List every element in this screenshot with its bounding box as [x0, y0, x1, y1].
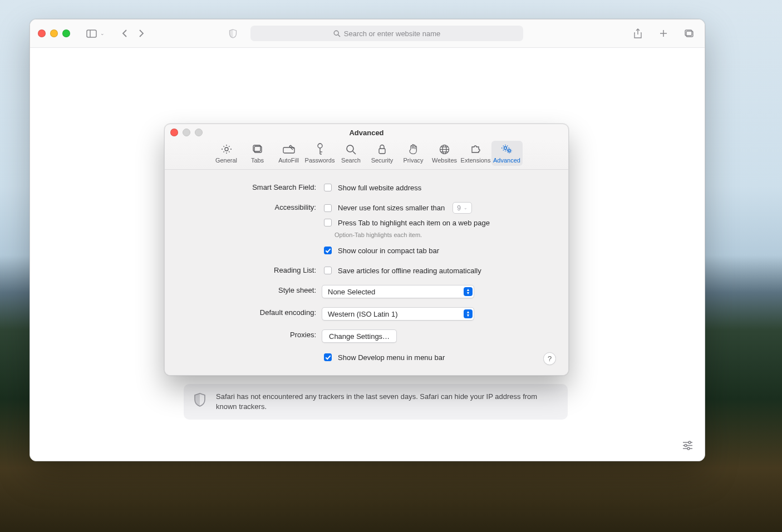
updown-stepper-icon: ▲▼ [464, 309, 473, 318]
show-full-address-checkbox[interactable] [324, 184, 332, 191]
tab-label: Tabs [251, 157, 264, 164]
svg-point-9 [688, 441, 691, 444]
svg-point-2 [334, 31, 338, 35]
tab-label: Privacy [403, 157, 423, 164]
search-icon [333, 30, 341, 37]
tab-label: AutoFill [278, 157, 299, 164]
sliders-icon [682, 441, 694, 450]
tab-label: Search [341, 157, 361, 164]
default-encoding-select[interactable]: Western (ISO Latin 1) ▲▼ [322, 307, 474, 321]
compact-colour-checkbox[interactable] [324, 247, 332, 254]
tab-label: Extensions [461, 157, 491, 164]
prefs-titlebar: Advanced [165, 124, 568, 140]
option-label: Never use font sizes smaller than [338, 204, 445, 212]
change-proxy-settings-button[interactable]: Change Settings… [322, 329, 397, 343]
chevron-down-icon: ⌄ [463, 204, 469, 212]
pencil-box-icon [283, 145, 295, 154]
tab-general[interactable]: General [211, 141, 242, 166]
button-label: Change Settings… [329, 332, 390, 341]
svg-point-30 [504, 147, 506, 150]
svg-rect-17 [283, 147, 294, 153]
offline-reading-checkbox[interactable] [324, 267, 332, 274]
svg-point-11 [685, 445, 687, 447]
puzzle-icon [470, 144, 481, 154]
prefs-body: Smart Search Field: Show full website ad… [165, 170, 568, 375]
address-bar-placeholder: Search or enter website name [344, 29, 440, 38]
show-develop-menu-option[interactable]: Show Develop menu in menu bar [322, 352, 554, 363]
default-encoding-label: Default encoding: [179, 307, 316, 317]
back-button[interactable] [117, 26, 132, 41]
svg-line-3 [338, 35, 340, 37]
tabs-icon [252, 144, 263, 154]
tab-security[interactable]: Security [367, 141, 398, 166]
tab-label: Passwords [305, 157, 335, 164]
tab-extensions[interactable]: Extensions [460, 141, 491, 166]
svg-line-23 [353, 151, 356, 154]
style-sheet-value: None Selected [328, 288, 375, 296]
tab-overview-button[interactable] [681, 26, 697, 41]
press-tab-checkbox[interactable] [324, 219, 332, 226]
press-tab-hint: Option-Tab highlights each item. [335, 231, 554, 238]
compact-colour-option[interactable]: Show colour in compact tab bar [322, 245, 554, 256]
show-full-address-option[interactable]: Show full website address [322, 182, 554, 193]
svg-point-31 [508, 150, 510, 152]
share-icon [633, 28, 642, 38]
svg-point-14 [225, 147, 228, 151]
privacy-report-button[interactable] [225, 26, 240, 41]
accessibility-label: Accessibility: [179, 202, 316, 211]
svg-point-13 [687, 447, 690, 450]
option-label: Save articles for offline reading automa… [338, 267, 481, 275]
svg-rect-0 [87, 30, 96, 37]
new-tab-button[interactable] [656, 26, 671, 41]
gear-icon [221, 144, 232, 155]
chevron-right-icon [139, 29, 144, 38]
never-font-smaller-option[interactable]: Never use font sizes smaller than 9 ⌄ [322, 202, 554, 214]
never-font-smaller-checkbox[interactable] [324, 204, 332, 212]
shield-half-icon [229, 29, 237, 38]
svg-point-18 [318, 144, 322, 148]
start-page-settings-button[interactable] [682, 441, 694, 452]
press-tab-option[interactable]: Press Tab to highlight each item on a we… [322, 217, 554, 228]
tab-privacy[interactable]: Privacy [398, 141, 429, 166]
tab-passwords[interactable]: Passwords [304, 141, 336, 166]
lock-icon [378, 144, 386, 155]
show-develop-menu-checkbox[interactable] [324, 353, 332, 361]
reading-list-label: Reading List: [179, 265, 316, 274]
globe-icon [439, 144, 450, 155]
svg-rect-24 [379, 149, 385, 154]
minimize-window-button[interactable] [50, 29, 58, 37]
key-icon [316, 143, 324, 155]
shield-icon-large [194, 393, 206, 410]
min-font-size-select[interactable]: 9 ⌄ [453, 202, 472, 214]
zoom-window-button[interactable] [62, 29, 70, 37]
gears-icon [501, 144, 513, 155]
offline-reading-option[interactable]: Save articles for offline reading automa… [322, 265, 554, 276]
help-label: ? [548, 354, 552, 363]
default-encoding-value: Western (ISO Latin 1) [328, 310, 397, 318]
tab-label: General [215, 157, 237, 164]
preferences-window: Advanced General Tabs AutoFill Passwords… [164, 124, 569, 376]
option-label: Press Tab to highlight each item on a we… [338, 219, 490, 227]
share-button[interactable] [630, 26, 646, 41]
style-sheet-select[interactable]: None Selected ▲▼ [322, 285, 474, 298]
help-button[interactable]: ? [543, 352, 556, 365]
prefs-tab-bar: General Tabs AutoFill Passwords Search S… [165, 140, 568, 170]
sidebar-toggle-button[interactable] [83, 26, 99, 41]
tab-advanced[interactable]: Advanced [491, 141, 523, 166]
prefs-title: Advanced [165, 129, 568, 137]
tab-label: Websites [432, 157, 457, 164]
tab-autofill[interactable]: AutoFill [273, 141, 304, 166]
sidebar-icon [86, 29, 97, 38]
privacy-report-box: Safari has not encountered any trackers … [184, 384, 568, 420]
tab-tabs[interactable]: Tabs [242, 141, 273, 166]
address-bar[interactable]: Search or enter website name [250, 26, 523, 41]
close-window-button[interactable] [38, 29, 46, 37]
sidebar-menu-chevron-icon[interactable]: ⌄ [100, 31, 105, 36]
proxies-label: Proxies: [179, 329, 316, 339]
tab-websites[interactable]: Websites [429, 141, 460, 166]
forward-button[interactable] [134, 26, 149, 41]
updown-stepper-icon: ▲▼ [464, 287, 473, 296]
safari-toolbar: ⌄ Search or enter website name [30, 19, 705, 48]
tab-search[interactable]: Search [336, 141, 367, 166]
tabs-overview-icon [684, 29, 694, 38]
